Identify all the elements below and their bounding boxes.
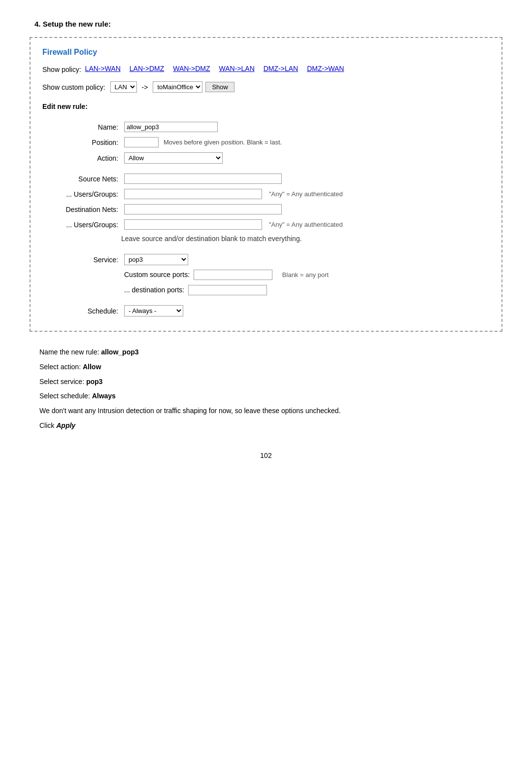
dest-nets-input[interactable] bbox=[124, 204, 282, 214]
blank-hint: Blank = any port bbox=[282, 271, 329, 279]
show-custom-policy-row: Show custom policy: LAN -> toMainOffice … bbox=[42, 81, 490, 93]
edit-rule-heading: Edit new rule: bbox=[42, 103, 490, 110]
dest-ports-row: ... destination ports: bbox=[42, 282, 490, 298]
instruction-action: Select action: Allow bbox=[39, 361, 493, 373]
service-row: Service: pop3 http https ftp smtp Any bbox=[42, 250, 490, 268]
instruction-name: Name the new rule: allow_pop3 bbox=[39, 347, 493, 358]
leave-source-row: Leave source and/or destination blank to… bbox=[42, 232, 490, 245]
instruction-service-text: Select service: bbox=[39, 378, 86, 386]
show-policy-row: Show policy: LAN->WAN LAN->DMZ WAN->DMZ … bbox=[42, 65, 490, 73]
edit-rest: rule: bbox=[71, 103, 88, 110]
position-hint: Moves before given position. Blank = las… bbox=[164, 139, 282, 146]
service-label: Service: bbox=[42, 250, 121, 268]
source-users-label: ... Users/Groups: bbox=[42, 186, 121, 202]
instruction-action-bold: Allow bbox=[83, 363, 101, 371]
instruction-service-bold: pop3 bbox=[86, 378, 102, 386]
instructions: Name the new rule: allow_pop3 Select act… bbox=[30, 347, 502, 432]
page-number: 102 bbox=[30, 452, 502, 459]
dest-users-input[interactable] bbox=[124, 219, 262, 230]
schedule-label: Schedule: bbox=[42, 303, 121, 319]
name-label: Name: bbox=[42, 119, 121, 135]
dest-users-hint: "Any" = Any authenticated bbox=[269, 221, 343, 228]
action-row: Action: Allow Deny Drop bbox=[42, 150, 490, 166]
instruction-click-text: Click bbox=[39, 421, 56, 429]
source-nets-row: Source Nets: bbox=[42, 171, 490, 186]
step-number: 4. bbox=[34, 20, 41, 28]
firewall-title: Firewall Policy bbox=[42, 48, 490, 57]
source-users-hint: "Any" = Any authenticated bbox=[269, 190, 343, 198]
action-select[interactable]: Allow Deny Drop bbox=[124, 152, 223, 164]
source-nets-label: Source Nets: bbox=[42, 171, 121, 186]
dest-users-label: ... Users/Groups: bbox=[42, 217, 121, 232]
service-select[interactable]: pop3 http https ftp smtp Any bbox=[124, 254, 188, 265]
show-custom-label: Show custom policy: bbox=[42, 83, 105, 91]
custom-source-label: Custom source ports: bbox=[124, 271, 190, 279]
schedule-row: Schedule: - Always - Weekdays Weekends bbox=[42, 303, 490, 319]
arrow-text: -> bbox=[142, 83, 148, 91]
source-users-row: ... Users/Groups: "Any" = Any authentica… bbox=[42, 186, 490, 202]
leave-source-hint: Leave source and/or destination blank to… bbox=[121, 232, 490, 245]
instruction-schedule-bold: Always bbox=[92, 392, 116, 400]
instruction-action-text: Select action: bbox=[39, 363, 83, 371]
policy-link-dmz-wan[interactable]: DMZ->WAN bbox=[307, 65, 344, 72]
divider-1 bbox=[42, 166, 490, 171]
step-text: Setup the new rule: bbox=[43, 20, 111, 28]
policy-link-wan-lan[interactable]: WAN->LAN bbox=[219, 65, 255, 72]
policy-link-lan-wan[interactable]: LAN->WAN bbox=[85, 65, 121, 72]
instruction-name-bold: allow_pop3 bbox=[101, 348, 138, 356]
position-row: Position: Moves before given position. B… bbox=[42, 135, 490, 150]
custom-source-ports-row: Custom source ports: Blank = any port bbox=[42, 268, 490, 282]
policy-links: LAN->WAN LAN->DMZ WAN->DMZ WAN->LAN DMZ-… bbox=[85, 65, 344, 72]
name-row: Name: bbox=[42, 119, 490, 135]
instruction-click-bold: Apply bbox=[56, 421, 75, 429]
dest-nets-row: Destination Nets: bbox=[42, 202, 490, 217]
dest-ports-label: ... destination ports: bbox=[124, 286, 184, 294]
rule-form: Name: Position: Moves before given posit… bbox=[42, 119, 490, 319]
firewall-policy-box: Firewall Policy Show policy: LAN->WAN LA… bbox=[30, 37, 502, 332]
action-label: Action: bbox=[42, 150, 121, 166]
dest-nets-label: Destination Nets: bbox=[42, 202, 121, 217]
policy-link-wan-dmz[interactable]: WAN->DMZ bbox=[173, 65, 210, 72]
dest-users-row: ... Users/Groups: "Any" = Any authentica… bbox=[42, 217, 490, 232]
instruction-click: Click Apply bbox=[39, 420, 493, 432]
position-label: Position: bbox=[42, 135, 121, 150]
step-heading: 4. Setup the new rule: bbox=[34, 20, 502, 28]
source-nets-input[interactable] bbox=[124, 174, 282, 184]
instruction-service: Select service: pop3 bbox=[39, 376, 493, 388]
source-users-input[interactable] bbox=[124, 189, 262, 199]
show-button[interactable]: Show bbox=[205, 82, 234, 92]
dest-interface-select[interactable]: toMainOffice bbox=[153, 81, 202, 93]
edit-label: Edit bbox=[42, 103, 57, 110]
show-policy-label: Show policy: bbox=[42, 66, 81, 73]
source-interface-select[interactable]: LAN bbox=[110, 81, 137, 93]
schedule-select[interactable]: - Always - Weekdays Weekends bbox=[124, 305, 183, 316]
instruction-name-text: Name the new rule: bbox=[39, 348, 101, 356]
name-input[interactable] bbox=[124, 122, 218, 132]
dest-ports-input[interactable] bbox=[188, 285, 267, 295]
policy-link-dmz-lan[interactable]: DMZ->LAN bbox=[264, 65, 298, 72]
position-input[interactable] bbox=[124, 137, 159, 147]
policy-link-lan-dmz[interactable]: LAN->DMZ bbox=[130, 65, 164, 72]
edit-new-bold: new bbox=[57, 103, 70, 110]
instruction-body: We don't want any Intrusion detection or… bbox=[39, 405, 493, 417]
instruction-schedule-text: Select schedule: bbox=[39, 392, 92, 400]
divider-2 bbox=[42, 245, 490, 250]
divider-3 bbox=[42, 298, 490, 303]
instruction-schedule: Select schedule: Always bbox=[39, 390, 493, 402]
custom-source-ports-input[interactable] bbox=[194, 270, 272, 280]
